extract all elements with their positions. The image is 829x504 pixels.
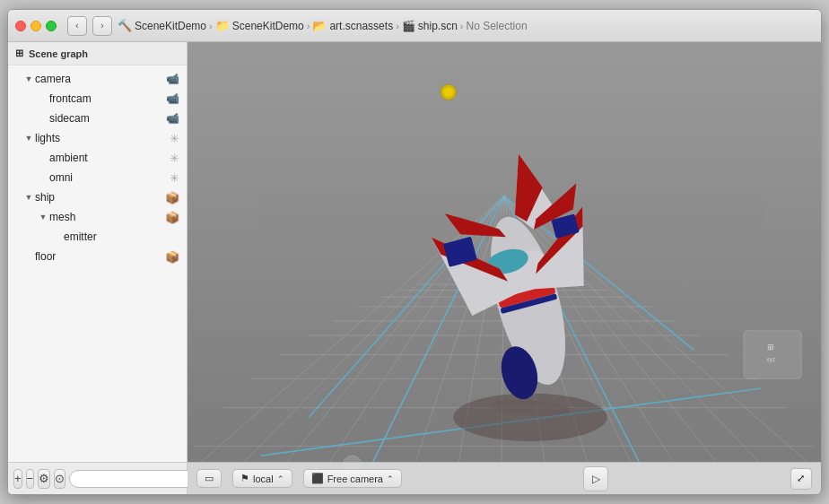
traffic-lights: [15, 21, 57, 31]
local-label: local: [253, 474, 274, 484]
svg-point-54: [443, 87, 453, 97]
local-button[interactable]: ⚑ local ⌃: [232, 469, 292, 488]
panel-icon: ▭: [205, 473, 214, 484]
transform-icon: ⚑: [240, 473, 249, 484]
scene-graph-title: Scene graph: [29, 48, 88, 59]
fullscreen-icon: ⤢: [797, 473, 805, 484]
label-floor: floor: [35, 250, 161, 263]
camera-record-icon: ⬛: [311, 473, 324, 484]
floor-icon: 📦: [165, 250, 179, 264]
minimize-button[interactable]: [31, 21, 41, 31]
breadcrumb-item-scenekitdemo1[interactable]: 🔨 SceneKitDemo: [118, 19, 206, 32]
breadcrumb-sep-3: ›: [396, 21, 399, 31]
tree-item-emitter[interactable]: emitter: [8, 227, 187, 247]
lights-icon: ✳: [170, 132, 179, 145]
remove-button[interactable]: −: [26, 469, 35, 489]
ambient-icon: ✳: [170, 152, 179, 165]
breadcrumb-sep-1: ›: [209, 21, 213, 31]
arrow-lights: ▼: [22, 134, 35, 143]
breadcrumb-sep-4: ›: [460, 21, 464, 31]
label-camera: camera: [35, 73, 162, 85]
label-lights: lights: [35, 132, 166, 144]
frontcam-icon: 📹: [166, 92, 179, 105]
svg-text:⊞: ⊞: [767, 343, 774, 352]
close-button[interactable]: [15, 21, 26, 31]
fullscreen-button[interactable]: ⤢: [790, 468, 812, 490]
scene-graph-header: ⊞ Scene graph: [8, 42, 187, 65]
sidebar-footer: + − ⚙ ⊙: [8, 462, 187, 494]
arrow-camera: ▼: [22, 74, 35, 83]
axis-indicator: ⊞ xyz: [744, 331, 801, 379]
sidebar: ⊞ Scene graph ▼ camera 📹 frontcam 📹: [8, 42, 188, 494]
breadcrumb-sep-2: ›: [307, 21, 310, 31]
sidecam-icon: 📹: [166, 112, 179, 125]
arrow-mesh: ▼: [37, 213, 49, 222]
breadcrumb-item-shipscn[interactable]: 🎬 ship.scn: [402, 20, 458, 32]
camera-icon: 📹: [166, 73, 179, 85]
svg-text:xyz: xyz: [766, 356, 775, 363]
back-button[interactable]: ‹: [67, 16, 87, 36]
panel-toggle-button[interactable]: ▭: [196, 469, 222, 488]
tree-container[interactable]: ▼ camera 📹 frontcam 📹 sideca: [8, 65, 187, 462]
viewport[interactable]: ⊞ xyz ⊞ ▭ ⚑ local: [188, 42, 821, 494]
svg-rect-50: [744, 331, 801, 379]
share-button[interactable]: ⊙: [54, 469, 65, 489]
tree-item-frontcam[interactable]: frontcam 📹: [8, 89, 187, 109]
tree-item-mesh[interactable]: ▼ mesh 📦: [8, 207, 187, 227]
main-window: ‹ › 🔨 SceneKitDemo › 📁 SceneKitDemo › 📂 …: [7, 9, 822, 495]
label-ship: ship: [35, 191, 161, 204]
scene-graph-icon: ⊞: [15, 48, 23, 59]
label-frontcam: frontcam: [49, 92, 162, 105]
label-sidecam: sidecam: [49, 112, 162, 125]
camera-button[interactable]: ⬛ Free camera ⌃: [303, 469, 402, 488]
tree-item-ambient[interactable]: ambient ✳: [8, 148, 187, 168]
omni-icon: ✳: [170, 171, 179, 185]
forward-button[interactable]: ›: [92, 16, 112, 36]
label-ambient: ambient: [49, 152, 166, 164]
label-omni: omni: [49, 171, 166, 184]
tree-item-lights[interactable]: ▼ lights ✳: [8, 128, 187, 148]
tree-item-floor[interactable]: floor 📦: [8, 247, 187, 266]
breadcrumb: 🔨 SceneKitDemo › 📁 SceneKitDemo › 📂 art.…: [118, 19, 814, 32]
tree-item-ship[interactable]: ▼ ship 📦: [8, 187, 187, 207]
local-chevron: ⌃: [277, 474, 284, 483]
breadcrumb-item-scenekitdemo2[interactable]: 📁 SceneKitDemo: [215, 19, 304, 32]
camera-chevron: ⌃: [387, 474, 394, 483]
breadcrumb-item-noselection: No Selection: [467, 20, 528, 32]
ship-icon: 📦: [165, 191, 179, 204]
breadcrumb-item-artscnassets[interactable]: 📂 art.scnassets: [312, 19, 393, 32]
maximize-button[interactable]: [46, 21, 57, 31]
tree-item-sidecam[interactable]: sidecam 📹: [8, 109, 187, 128]
label-mesh: mesh: [49, 211, 161, 223]
play-icon: ▷: [592, 473, 600, 485]
add-button[interactable]: +: [13, 469, 22, 489]
play-button[interactable]: ▷: [583, 466, 608, 491]
arrow-ship: ▼: [22, 193, 35, 202]
tree-item-omni[interactable]: omni ✳: [8, 168, 187, 187]
mesh-icon: 📦: [165, 211, 179, 224]
main-content: ⊞ Scene graph ▼ camera 📹 frontcam 📹: [8, 42, 821, 494]
titlebar: ‹ › 🔨 SceneKitDemo › 📁 SceneKitDemo › 📂 …: [8, 10, 821, 42]
settings-button[interactable]: ⚙: [38, 469, 50, 489]
camera-label: Free camera: [327, 474, 383, 484]
tree-item-camera[interactable]: ▼ camera 📹: [8, 69, 187, 89]
label-emitter: emitter: [64, 230, 179, 243]
viewport-toolbar: ▭ ⚑ local ⌃ ⬛ Free camera ⌃ ▷ ⤢: [188, 462, 821, 494]
scene-canvas: ⊞ xyz ⊞: [188, 42, 821, 494]
